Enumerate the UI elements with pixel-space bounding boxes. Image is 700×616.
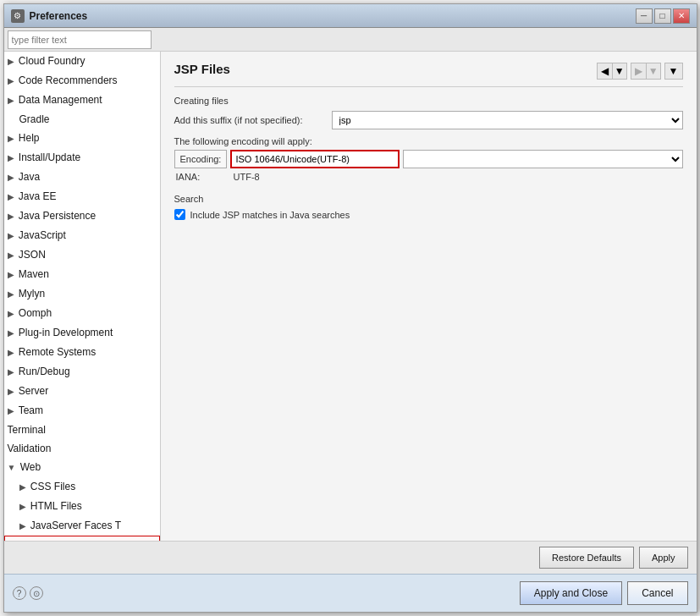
arrow-icon: ▶ xyxy=(8,306,14,322)
sidebar-item-json[interactable]: ▶ JSON xyxy=(4,245,160,265)
sidebar-item-java-ee[interactable]: ▶ Java EE xyxy=(4,187,160,206)
main-content: ▶ Cloud Foundry ▶ Code Recommenders ▶ Da… xyxy=(4,52,697,541)
sidebar-item-html-files[interactable]: ▶ HTML Files xyxy=(4,497,160,516)
minimize-button[interactable]: ─ xyxy=(636,8,653,24)
search-section: Search Include JSP matches in Java searc… xyxy=(174,194,683,220)
checkbox-row: Include JSP matches in Java searches xyxy=(174,209,683,220)
arrow-icon: ▶ xyxy=(8,404,14,419)
arrow-icon: ▼ xyxy=(8,460,16,476)
sidebar-item-gradle[interactable]: Gradle xyxy=(4,110,160,129)
sidebar-tree: ▶ Cloud Foundry ▶ Code Recommenders ▶ Da… xyxy=(4,52,161,541)
creating-files-label: Creating files xyxy=(174,96,683,106)
include-jsp-checkbox[interactable] xyxy=(174,209,185,220)
iana-value: UTF-8 xyxy=(234,172,260,182)
encoding-label: Encoding: xyxy=(174,150,228,168)
sidebar-item-terminal[interactable]: Terminal xyxy=(4,421,160,439)
encoding-section: The following encoding will apply: Encod… xyxy=(174,136,683,182)
sidebar-item-web[interactable]: ▼ Web xyxy=(4,458,160,477)
apply-button[interactable]: Apply xyxy=(639,547,688,569)
title-bar-left: ⚙ Preferences xyxy=(11,9,88,23)
action-bar: ? ⊙ Apply and Close Cancel xyxy=(4,574,697,612)
settings-icon[interactable]: ⊙ xyxy=(30,586,43,600)
sidebar-item-java[interactable]: ▶ Java xyxy=(4,168,160,187)
help-icon[interactable]: ? xyxy=(13,586,26,600)
arrow-icon: ▶ xyxy=(8,209,14,224)
sidebar-item-help[interactable]: ▶ Help xyxy=(4,129,160,148)
sidebar-item-css-files[interactable]: ▶ CSS Files xyxy=(4,477,160,497)
arrow-icon: ▶ xyxy=(19,499,26,514)
sidebar-item-validation[interactable]: Validation xyxy=(4,439,160,458)
bottom-buttons: Restore Defaults Apply xyxy=(4,541,697,574)
close-button[interactable]: ✕ xyxy=(673,8,690,24)
arrow-icon: ▶ xyxy=(8,326,14,341)
sidebar-item-maven[interactable]: ▶ Maven xyxy=(4,265,160,284)
preferences-dialog: ⚙ Preferences ─ □ ✕ ▶ Cloud Foundry ▶ Co… xyxy=(3,3,697,613)
arrow-icon: ▶ xyxy=(8,365,14,380)
sidebar-item-team[interactable]: ▶ Team xyxy=(4,401,160,421)
restore-defaults-button[interactable]: Restore Defaults xyxy=(539,547,634,569)
sidebar-item-plugin-development[interactable]: ▶ Plug-in Development xyxy=(4,323,160,343)
sidebar-item-run-debug[interactable]: ▶ Run/Debug xyxy=(4,362,160,382)
dialog-title: Preferences xyxy=(30,10,88,22)
sidebar-item-remote-systems[interactable]: ▶ Remote Systems xyxy=(4,343,160,362)
arrow-icon: ▶ xyxy=(19,480,26,495)
arrow-icon: ▶ xyxy=(8,228,14,244)
cancel-button[interactable]: Cancel xyxy=(627,581,687,605)
maximize-button[interactable]: □ xyxy=(654,8,671,24)
arrow-icon: ▶ xyxy=(8,151,14,166)
arrow-icon: ▶ xyxy=(8,74,14,89)
view-menu-button[interactable]: ▼ xyxy=(664,63,683,80)
filter-input[interactable] xyxy=(8,30,152,49)
arrow-icon: ▶ xyxy=(8,131,14,146)
search-title: Search xyxy=(174,194,683,204)
title-bar: ⚙ Preferences ─ □ ✕ xyxy=(4,4,697,28)
sidebar-item-cloud-foundry[interactable]: ▶ Cloud Foundry xyxy=(4,52,160,71)
arrow-icon: ▶ xyxy=(8,248,14,263)
encoding-section-label: The following encoding will apply: xyxy=(174,136,683,146)
sidebar-item-javaserver-faces[interactable]: ▶ JavaServer Faces T xyxy=(4,516,160,536)
arrow-icon: ▶ xyxy=(8,54,14,69)
sidebar-item-java-persistence[interactable]: ▶ Java Persistence xyxy=(4,206,160,226)
dialog-icon: ⚙ xyxy=(11,9,25,23)
arrow-icon: ▶ xyxy=(8,170,14,185)
sidebar-item-mylyn[interactable]: ▶ Mylyn xyxy=(4,284,160,304)
sidebar-item-javascript[interactable]: ▶ JavaScript xyxy=(4,226,160,245)
apply-and-close-button[interactable]: Apply and Close xyxy=(520,581,622,605)
arrow-icon: ▶ xyxy=(8,287,14,302)
arrow-icon: ▶ xyxy=(19,519,26,534)
encoding-select[interactable] xyxy=(403,150,682,168)
forward-button[interactable]: ▶ xyxy=(631,63,647,79)
page-title: JSP Files xyxy=(174,62,230,80)
suffix-row: Add this suffix (if not specified): jsp xyxy=(174,111,683,129)
arrow-icon: ▶ xyxy=(8,190,14,205)
sidebar-item-install-update[interactable]: ▶ Install/Update xyxy=(4,148,160,168)
sidebar-item-server[interactable]: ▶ Server xyxy=(4,382,160,401)
arrow-icon: ▶ xyxy=(8,93,14,108)
filter-toolbar xyxy=(4,28,697,52)
title-buttons: ─ □ ✕ xyxy=(636,8,690,24)
checkbox-label: Include JSP matches in Java searches xyxy=(190,210,350,220)
back-button[interactable]: ◀ xyxy=(598,63,613,79)
encoding-row: Encoding: xyxy=(174,150,683,168)
iana-label: IANA: xyxy=(174,172,230,182)
suffix-label: Add this suffix (if not specified): xyxy=(174,115,327,125)
forward-dropdown[interactable]: ▼ xyxy=(647,63,660,79)
suffix-select[interactable]: jsp xyxy=(332,111,683,129)
sidebar-item-data-management[interactable]: ▶ Data Management xyxy=(4,91,160,110)
arrow-icon: ▶ xyxy=(8,384,14,399)
sidebar-item-oomph[interactable]: ▶ Oomph xyxy=(4,304,160,323)
arrow-icon: ▶ xyxy=(8,345,14,360)
content-area: JSP Files ◀ ▼ ▶ ▼ ▼ Creating files A xyxy=(161,52,697,541)
arrow-icon: ▶ xyxy=(8,267,14,283)
encoding-input[interactable] xyxy=(230,150,400,168)
sidebar-item-code-recommenders[interactable]: ▶ Code Recommenders xyxy=(4,71,160,91)
iana-row: IANA: UTF-8 xyxy=(174,172,683,182)
back-dropdown[interactable]: ▼ xyxy=(613,63,626,79)
